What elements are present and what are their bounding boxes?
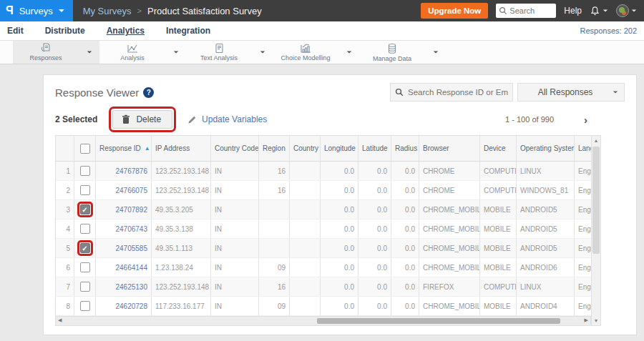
toolbar-choice-modelling[interactable]: Choice Modelling bbox=[273, 41, 338, 64]
select-all-checkbox[interactable] bbox=[80, 144, 90, 154]
responses-count-badge[interactable]: Responses: 202 bbox=[580, 26, 638, 35]
response-id-link[interactable]: 24767876 bbox=[116, 167, 148, 175]
cell-radius: 0.0 bbox=[391, 258, 419, 277]
response-search-input[interactable] bbox=[390, 83, 513, 102]
row-checkbox[interactable] bbox=[80, 224, 90, 234]
scroll-left-icon[interactable]: ◀ bbox=[58, 317, 62, 323]
vertical-scrollbar[interactable]: ▲ ▼ bbox=[591, 135, 601, 326]
cell-browser: CHROME bbox=[419, 162, 480, 180]
toolbar-text-analysis[interactable]: Text Analysis bbox=[186, 41, 252, 64]
breadcrumb-my-surveys[interactable]: My Surveys bbox=[83, 6, 132, 16]
horizontal-scrollbar[interactable]: ◀ ▶ bbox=[55, 317, 591, 326]
scroll-down-icon[interactable]: ▼ bbox=[592, 318, 600, 323]
row-checkbox[interactable] bbox=[80, 301, 90, 311]
toolbar-choice-modelling-dropdown[interactable] bbox=[338, 41, 359, 64]
cell-country-code: IN bbox=[211, 162, 259, 180]
cell-latitude: 0.0 bbox=[358, 200, 391, 219]
header-response-id[interactable]: Response ID ▲ bbox=[96, 136, 152, 161]
header-latitude[interactable]: Latitude bbox=[358, 136, 391, 161]
cell-language: English bbox=[575, 200, 591, 219]
tab-edit[interactable]: Edit bbox=[7, 26, 24, 36]
surveys-menu[interactable]: P Surveys bbox=[0, 0, 73, 21]
cell-region: 16 bbox=[259, 181, 290, 199]
cell-operating-system: WINDOWS_81 bbox=[517, 181, 575, 199]
header-country[interactable]: Country bbox=[290, 136, 321, 161]
header-device[interactable]: Device bbox=[480, 136, 517, 161]
cell-radius: 0.0 bbox=[391, 219, 419, 238]
notifications-menu[interactable] bbox=[590, 6, 608, 16]
response-viewer-panel: Response Viewer ? All Responses 2 Select… bbox=[43, 74, 637, 335]
row-checkbox[interactable] bbox=[80, 282, 90, 292]
cell-latitude: 0.0 bbox=[358, 277, 391, 296]
horizontal-scroll-thumb[interactable] bbox=[317, 318, 560, 324]
header-operating-system[interactable]: Operating System bbox=[517, 136, 575, 161]
cell-country bbox=[290, 219, 321, 238]
row-number: 8 bbox=[56, 297, 74, 315]
table-row: 5 24705585 49.35.1.113 IN 0.0 0.0 0.0 CH… bbox=[56, 239, 591, 258]
header-ip-address[interactable]: IP Address bbox=[152, 136, 211, 161]
next-page-button[interactable]: › bbox=[584, 114, 587, 125]
cell-latitude: 0.0 bbox=[358, 219, 391, 238]
row-checkbox[interactable] bbox=[80, 204, 90, 214]
row-checkbox[interactable] bbox=[80, 185, 90, 195]
text-analysis-icon bbox=[214, 43, 225, 54]
header-radius[interactable]: Radius bbox=[391, 136, 419, 161]
tab-integration[interactable]: Integration bbox=[166, 26, 210, 36]
cell-country bbox=[290, 239, 321, 257]
cell-browser: CHROME_MOBILE bbox=[419, 297, 480, 315]
tab-analytics[interactable]: Analytics bbox=[107, 26, 145, 36]
row-checkbox-cell bbox=[74, 239, 96, 257]
header-language[interactable]: Language bbox=[575, 136, 591, 161]
questionpro-logo-icon: P bbox=[6, 4, 14, 17]
cell-language: English bbox=[575, 181, 591, 199]
chevron-down-icon bbox=[603, 9, 608, 11]
upgrade-now-button[interactable]: Upgrade Now bbox=[421, 3, 488, 19]
cell-browser: CHROME bbox=[419, 181, 480, 199]
cell-browser: FIREFOX bbox=[419, 277, 480, 296]
help-link[interactable]: Help bbox=[564, 6, 582, 16]
cell-country-code: IN bbox=[211, 200, 259, 219]
toolbar-manage-data[interactable]: Manage Data bbox=[359, 41, 425, 64]
response-id-link[interactable]: 24705585 bbox=[116, 244, 148, 252]
scroll-up-icon[interactable]: ▲ bbox=[592, 138, 600, 143]
toolbar-analysis-dropdown[interactable] bbox=[165, 41, 186, 64]
account-menu[interactable] bbox=[616, 4, 637, 17]
toolbar-responses[interactable]: Responses bbox=[13, 41, 79, 64]
cell-browser: CHROME_MOBILE bbox=[419, 200, 480, 219]
toolbar-analysis[interactable]: Analysis bbox=[99, 41, 165, 64]
cell-radius: 0.0 bbox=[391, 162, 419, 180]
response-id-link[interactable]: 24706743 bbox=[116, 225, 148, 233]
cell-country-code: IN bbox=[211, 239, 259, 257]
cell-ip-address: 49.35.3.205 bbox=[152, 200, 211, 219]
header-country-code[interactable]: Country Code bbox=[211, 136, 259, 161]
delete-button[interactable]: Delete bbox=[112, 110, 172, 129]
header-region[interactable]: Region bbox=[259, 136, 290, 161]
response-id-link[interactable]: 24766075 bbox=[116, 187, 148, 194]
row-checkbox[interactable] bbox=[80, 243, 90, 253]
scroll-right-icon[interactable]: ▶ bbox=[585, 317, 588, 323]
cell-device: COMPUTER bbox=[480, 277, 517, 296]
row-checkbox[interactable] bbox=[80, 166, 90, 176]
update-variables-button[interactable]: Update Variables bbox=[187, 114, 267, 124]
cell-region bbox=[259, 200, 290, 219]
tab-distribute[interactable]: Distribute bbox=[45, 26, 85, 36]
response-filter-dropdown[interactable]: All Responses bbox=[517, 83, 625, 102]
toolbar-responses-dropdown[interactable] bbox=[79, 41, 99, 64]
choice-modelling-icon bbox=[300, 43, 312, 54]
cell-country-code: IN bbox=[211, 181, 259, 199]
header-longitude[interactable]: Longitude bbox=[321, 136, 358, 161]
row-checkbox[interactable] bbox=[80, 262, 90, 272]
help-icon[interactable]: ? bbox=[143, 87, 154, 98]
breadcrumb: My Surveys > Product Satisfaction Survey bbox=[83, 6, 262, 16]
table-header-row: Response ID ▲ IP Address Country Code Re… bbox=[56, 136, 591, 162]
toolbar-manage-data-dropdown[interactable] bbox=[425, 41, 446, 64]
response-id-link[interactable]: 24707892 bbox=[116, 206, 148, 214]
response-id-link[interactable]: 24620728 bbox=[116, 302, 148, 310]
toolbar-text-analysis-dropdown[interactable] bbox=[252, 41, 273, 64]
header-browser[interactable]: Browser bbox=[419, 136, 480, 161]
cell-longitude: 0.0 bbox=[321, 162, 358, 180]
vertical-scroll-thumb[interactable] bbox=[592, 147, 600, 254]
cell-ip-address: 49.35.1.113 bbox=[152, 239, 211, 257]
response-id-link[interactable]: 24664144 bbox=[116, 264, 148, 272]
response-id-link[interactable]: 24625130 bbox=[116, 283, 148, 291]
